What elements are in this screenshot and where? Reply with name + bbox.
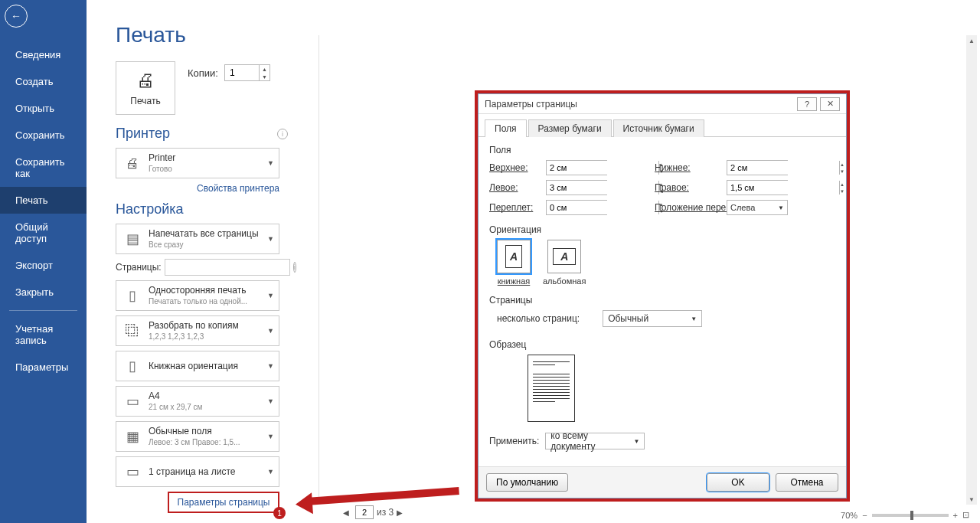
- margins-group-label: Поля: [489, 145, 835, 155]
- sidebar-item-share[interactable]: Общий доступ: [0, 214, 87, 252]
- printer-name: Printer: [149, 152, 267, 163]
- pages-input[interactable]: [165, 259, 290, 276]
- orientation-portrait-label: книжная: [498, 276, 531, 286]
- cancel-button[interactable]: Отмена: [776, 473, 838, 492]
- right-margin-input[interactable]: ▲▼: [727, 180, 788, 195]
- printer-selector[interactable]: 🖨 Printer Готово ▼: [116, 148, 279, 178]
- page-title: Печать: [116, 23, 980, 47]
- margins-selector[interactable]: ▦ Обычные поля Левое: 3 см Правое: 1,5..…: [116, 421, 279, 452]
- gutter-field[interactable]: [547, 201, 658, 214]
- sample-label: Образец: [489, 339, 835, 350]
- sidebar-item-print[interactable]: Печать: [0, 187, 87, 214]
- margins-title: Обычные поля: [149, 426, 267, 436]
- page-setup-link[interactable]: Параметры страницы: [178, 497, 270, 508]
- collate-selector[interactable]: ⿻ Разобрать по копиям 1,2,3 1,2,3 1,2,3 …: [116, 315, 279, 346]
- bottom-margin-input[interactable]: ▲▼: [727, 160, 788, 175]
- sidebar-item-save[interactable]: Сохранить: [0, 122, 87, 149]
- multi-pages-value: Обычный: [608, 313, 648, 324]
- tab-paper-source[interactable]: Источник бумаги: [613, 119, 704, 137]
- sample-preview: [528, 355, 835, 422]
- zoom-in-button[interactable]: +: [953, 511, 958, 520]
- collate-title: Разобрать по копиям: [149, 320, 267, 331]
- pages-group-label: Страницы: [489, 295, 835, 306]
- sides-sub: Печатать только на одной...: [149, 297, 267, 306]
- top-margin-input[interactable]: ▲▼: [546, 160, 607, 175]
- copies-spinner[interactable]: ▲▼: [224, 64, 270, 81]
- copies-input[interactable]: [225, 65, 259, 80]
- prev-page-button[interactable]: ◀: [343, 508, 352, 517]
- sidebar-item-account[interactable]: Учетная запись: [0, 315, 87, 354]
- backstage-sidebar: ← Сведения Создать Открыть Сохранить Сох…: [0, 0, 87, 523]
- sides-selector[interactable]: ▯ Односторонняя печать Печатать только н…: [116, 280, 279, 311]
- copies-down-icon[interactable]: ▼: [260, 73, 270, 80]
- sidebar-item-export[interactable]: Экспорт: [0, 252, 87, 279]
- sidebar-item-saveas[interactable]: Сохранить как: [0, 149, 87, 187]
- multi-pages-select[interactable]: Обычный▼: [603, 310, 702, 327]
- page-setup-dialog-highlight: Параметры страницы ? ✕ Поля Размер бумаг…: [475, 90, 850, 502]
- sides-title: Односторонняя печать: [149, 285, 267, 296]
- dialog-title: Параметры страницы: [485, 99, 577, 110]
- zoom-slider[interactable]: [872, 514, 949, 517]
- orientation-landscape-label: альбомная: [543, 276, 586, 286]
- back-button[interactable]: ←: [5, 5, 28, 28]
- scroll-down-icon[interactable]: ▼: [966, 494, 977, 505]
- orientation-group-label: Ориентация: [489, 224, 835, 235]
- chevron-down-icon: ▼: [267, 327, 274, 335]
- zoom-fit-button[interactable]: ⊡: [962, 510, 969, 520]
- zoom-value: 70%: [841, 511, 858, 520]
- collate-icon: ⿻: [121, 319, 144, 342]
- print-range-sub: Все сразу: [149, 240, 267, 250]
- right-margin-label: Правое:: [655, 182, 724, 193]
- ok-button[interactable]: OK: [707, 473, 769, 492]
- collate-sub: 1,2,3 1,2,3 1,2,3: [149, 332, 267, 342]
- right-margin-field[interactable]: [727, 181, 839, 194]
- default-button[interactable]: По умолчанию: [486, 473, 568, 492]
- margins-sub: Левое: 3 см Правое: 1,5...: [149, 438, 267, 447]
- gutter-pos-select[interactable]: Слева▼: [727, 200, 788, 215]
- page-setup-dialog: Параметры страницы ? ✕ Поля Размер бумаг…: [478, 93, 847, 498]
- info-icon[interactable]: i: [277, 129, 288, 139]
- apply-select[interactable]: ко всему документу▼: [545, 433, 645, 449]
- print-range-title: Напечатать все страницы: [149, 228, 267, 239]
- gutter-input[interactable]: ▲▼: [546, 200, 607, 215]
- chevron-down-icon: ▼: [267, 159, 274, 167]
- sidebar-item-new[interactable]: Создать: [0, 68, 87, 95]
- top-margin-field[interactable]: [547, 161, 658, 175]
- left-margin-field[interactable]: [547, 181, 658, 194]
- sidebar-item-options[interactable]: Параметры: [0, 354, 87, 381]
- print-button-label: Печать: [130, 96, 160, 106]
- print-button[interactable]: 🖨 Печать: [116, 61, 175, 115]
- sidebar-item-info[interactable]: Сведения: [0, 41, 87, 68]
- next-page-button[interactable]: ▶: [397, 508, 406, 517]
- page-setup-link-highlight: Параметры страницы 1: [168, 492, 279, 513]
- current-page-input[interactable]: [355, 505, 374, 519]
- pages-per-sheet-selector[interactable]: ▭ 1 страница на листе ▼: [116, 456, 279, 487]
- dialog-close-button[interactable]: ✕: [820, 97, 840, 111]
- zoom-out-button[interactable]: −: [862, 511, 867, 520]
- copies-up-icon[interactable]: ▲: [260, 65, 270, 73]
- chevron-down-icon: ▼: [267, 433, 274, 440]
- info-icon[interactable]: i: [293, 262, 296, 273]
- orientation-portrait[interactable]: A книжная: [497, 240, 531, 286]
- chevron-down-icon: ▼: [267, 235, 274, 243]
- margins-icon: ▦: [121, 425, 144, 448]
- tab-paper-size[interactable]: Размер бумаги: [528, 119, 612, 137]
- paper-icon: ▭: [121, 390, 144, 413]
- chevron-down-icon: ▼: [267, 397, 274, 405]
- bottom-margin-field[interactable]: [727, 161, 839, 175]
- help-button[interactable]: ?: [797, 97, 817, 111]
- orientation-selector[interactable]: ▯ Книжная ориентация ▼: [116, 351, 279, 381]
- scroll-up-icon[interactable]: ▲: [966, 35, 977, 46]
- left-margin-input[interactable]: ▲▼: [546, 180, 607, 195]
- sidebar-item-open[interactable]: Открыть: [0, 95, 87, 122]
- printer-status-icon: 🖨: [121, 152, 144, 175]
- tab-margins[interactable]: Поля: [485, 119, 527, 137]
- paper-size-selector[interactable]: ▭ A4 21 см x 29,7 см ▼: [116, 386, 279, 417]
- printer-properties-link[interactable]: Свойства принтера: [116, 183, 279, 194]
- page-of-label: из 3: [377, 507, 394, 518]
- preview-scrollbar[interactable]: ▲ ▼: [966, 35, 977, 505]
- print-range-selector[interactable]: ▤ Напечатать все страницы Все сразу ▼: [116, 224, 279, 254]
- printer-status: Готово: [149, 165, 267, 174]
- orientation-landscape[interactable]: A альбомная: [543, 240, 586, 286]
- sidebar-item-close[interactable]: Закрыть: [0, 279, 87, 306]
